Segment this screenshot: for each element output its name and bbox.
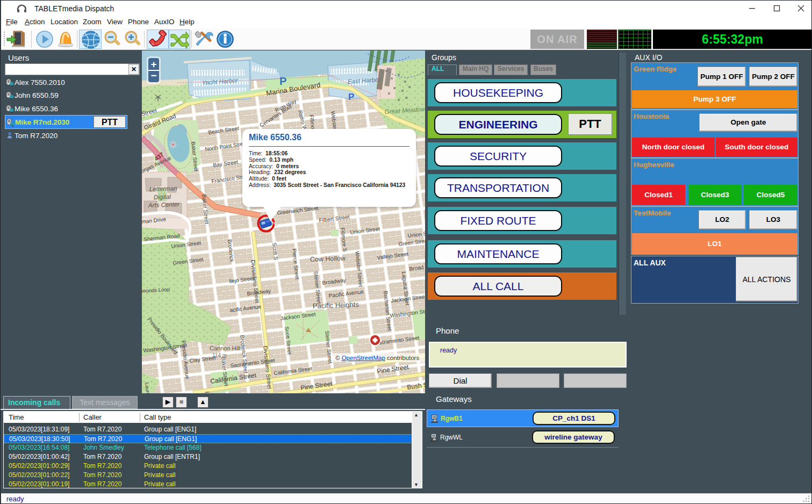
svg-text:Cannon Hill: Cannon Hill <box>210 345 240 351</box>
svg-text:Cow Hollow: Cow Hollow <box>310 255 346 263</box>
svg-text:© OpenStreetMap contributors: © OpenStreetMap contributors <box>335 355 419 361</box>
svg-text:P: P <box>348 92 354 102</box>
svg-text:Digital: Digital <box>154 193 171 200</box>
svg-text:Arts Center: Arts Center <box>148 201 181 208</box>
svg-text:P: P <box>279 75 286 87</box>
svg-text:Letterman: Letterman <box>149 185 177 192</box>
